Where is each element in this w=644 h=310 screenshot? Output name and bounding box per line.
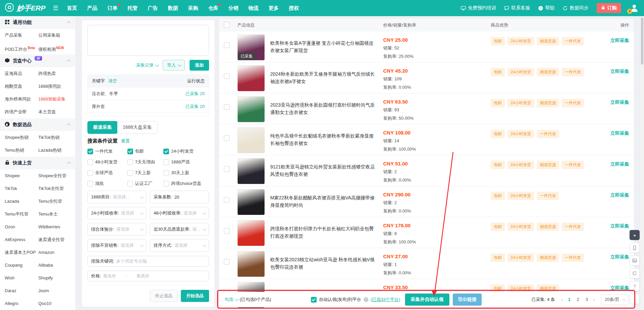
training-link[interactable]: 免费预约培训 [461, 5, 496, 11]
section-header-data-pick[interactable]: 数据选品 [0, 118, 75, 131]
keyword-row[interactable]: 连衣裙、冬季 已采集 20 [88, 87, 209, 100]
checkbox[interactable] [87, 181, 93, 187]
condition-checkbox[interactable]: 7天无理由 [127, 159, 163, 165]
nav-item[interactable]: 授权 [289, 5, 299, 11]
app-logo[interactable]: 妙手ERP [5, 3, 45, 14]
sidebar-item[interactable]: AliExpress [5, 233, 38, 246]
keyword-row[interactable]: 高跟鞋 已采集 20 [88, 113, 209, 117]
product-image[interactable] [237, 158, 265, 184]
filter-select[interactable]: 1688类目: 请选择... [87, 191, 147, 203]
collect-now-link[interactable]: 立即采集 [610, 254, 629, 260]
checkbox[interactable] [127, 149, 133, 154]
condition-checkbox[interactable]: 24小时发货 [163, 148, 209, 154]
filter-select[interactable]: 综合体验分: 请选择 [87, 223, 147, 236]
collect-now-link[interactable]: 立即采集 [610, 100, 629, 105]
section-header-quick-listing[interactable]: 快速上货 [0, 157, 75, 169]
condition-checkbox[interactable]: 7天上新 [127, 170, 163, 176]
back-to-top-button[interactable]: ↑ [630, 294, 640, 304]
keywords-textarea[interactable] [87, 25, 209, 56]
nav-item[interactable]: 仓库 [208, 5, 218, 11]
chevron-up-icon[interactable] [67, 162, 71, 165]
subscribe-button[interactable]: 订购 [597, 3, 621, 13]
sidebar-item[interactable]: Qoo10 [38, 297, 75, 310]
sidebar-item[interactable]: 公用采集箱 [38, 29, 75, 42]
nav-item[interactable]: 物流 [248, 5, 258, 11]
exclude-keywords-input[interactable]: 排除关键词: 多个用逗号分隔 [87, 256, 209, 267]
page-size-select[interactable]: 20条/页 [601, 294, 629, 305]
select-all-checkbox[interactable] [224, 22, 230, 28]
row-checkbox[interactable] [224, 42, 230, 48]
condition-checkbox[interactable]: 30天上新 [163, 170, 209, 176]
nav-item[interactable]: 数据 [168, 5, 178, 11]
product-image[interactable] [237, 251, 265, 277]
section-header-pallet[interactable]: 货盘中心 AI [0, 54, 75, 67]
filter-select[interactable]: 48小时揽收率: 请选择 [150, 207, 209, 220]
nav-item[interactable]: 广告 [148, 5, 158, 11]
checkbox[interactable] [127, 159, 133, 165]
refresh-button[interactable] [630, 268, 640, 278]
collect-now-link[interactable]: 立即采集 [610, 130, 629, 136]
sidebar-item[interactable]: 速卖通全托管 [38, 233, 75, 246]
clear-keywords-link[interactable]: 清空 [108, 78, 117, 84]
selected-platforms-link[interactable]: (已选33个平台) [371, 297, 400, 303]
collect-now-link[interactable]: 立即采集 [610, 285, 629, 290]
nav-item[interactable]: 订单 [107, 5, 117, 11]
checkbox[interactable] [163, 149, 169, 154]
row-checkbox[interactable] [224, 166, 230, 172]
row-checkbox[interactable] [224, 73, 230, 79]
nav-item[interactable]: 托管 [127, 5, 137, 11]
nav-item[interactable]: 更多 [269, 5, 279, 11]
sidebar-item[interactable]: 海外榜单同款 [5, 93, 38, 106]
vertical-scrollbar[interactable] [641, 16, 644, 310]
condition-checkbox[interactable]: 跨境choice货盘 [163, 181, 209, 187]
sidebar-item[interactable]: Temu本土 [38, 208, 75, 221]
page-number[interactable]: 2 [574, 296, 582, 303]
collect-mode-tab[interactable]: 极速采集 [87, 121, 118, 134]
condition-checkbox[interactable]: 认证工厂 [127, 181, 163, 187]
scrollbar-thumb[interactable] [641, 17, 643, 65]
checkbox[interactable] [127, 170, 133, 176]
help-float-button[interactable]: ? [630, 281, 640, 291]
data-sync-link[interactable]: 数据同步 [563, 5, 589, 11]
sidebar-item[interactable]: 蓝海商品 [5, 67, 38, 80]
chevron-up-icon[interactable] [67, 21, 71, 25]
chevron-up-icon[interactable] [67, 60, 71, 63]
collapse-panel-button[interactable]: » [630, 230, 640, 240]
sidebar-item[interactable]: Ozon [5, 221, 38, 233]
sidebar-item[interactable]: Coupang [5, 259, 38, 272]
checkbox[interactable] [163, 181, 169, 187]
row-checkbox[interactable] [224, 104, 230, 110]
page-number[interactable]: 3 [583, 296, 591, 303]
sidebar-item[interactable]: Shopee热销 [5, 131, 38, 144]
sidebar-item[interactable]: Joom [38, 284, 75, 297]
sidebar-item[interactable]: 跨境热卖 [38, 67, 75, 80]
product-title[interactable]: 欧美女装2023独立站wish亚马逊 秋冬性感长袖V领包臀印花连衣裙 [270, 256, 376, 271]
sidebar-item[interactable]: 侵权检测NEW [38, 42, 75, 54]
sidebar-item[interactable]: 本土货盘 [38, 106, 75, 118]
sidebar-item[interactable]: Lazada [5, 195, 38, 208]
row-checkbox[interactable] [224, 228, 230, 234]
sidebar-item[interactable]: Wish [5, 272, 38, 284]
product-title[interactable]: M家22秋冬新款醋酸风衣裙百搭无袖VA高腰腰带修身显瘦简约时尚 [270, 194, 376, 209]
condition-checkbox[interactable]: 一件代发 [87, 148, 127, 154]
nav-item[interactable]: 分销 [228, 5, 238, 11]
chevron-up-icon[interactable] [67, 123, 71, 127]
sidebar-item[interactable]: Temu热销 [5, 144, 38, 157]
product-image[interactable] [237, 189, 265, 215]
product-title[interactable]: 跨境秋冬打底针织弹力中长款长袖红大码职业包臀打底连衣裙现货 [270, 225, 376, 240]
condition-checkbox[interactable]: 混批 [87, 181, 127, 187]
collect-record-dropdown[interactable]: 采集记录 [136, 62, 158, 68]
image-search-button[interactable] [630, 256, 640, 266]
collect-now-link[interactable]: 立即采集 [610, 69, 629, 74]
sidebar-item[interactable]: POD工作台Beta [5, 42, 38, 54]
nav-item[interactable]: 产品 [87, 5, 97, 11]
sidebar-item[interactable]: Allegro [5, 297, 38, 310]
sidebar-item[interactable]: TikTok [5, 182, 38, 195]
info-icon[interactable]: ? [364, 297, 368, 302]
sidebar-item[interactable]: Amazon [38, 246, 75, 259]
row-checkbox[interactable] [224, 259, 230, 265]
section-header-general[interactable]: 通用功能 [0, 16, 75, 29]
sidebar-item[interactable]: Alibaba [38, 259, 75, 272]
condition-checkbox[interactable]: 48小时发货 [87, 159, 127, 165]
product-title[interactable]: 9121欧美亚马逊独立站外贸女装新款性感镂空夜店风烫钻包臀连衣裙 [270, 163, 376, 178]
